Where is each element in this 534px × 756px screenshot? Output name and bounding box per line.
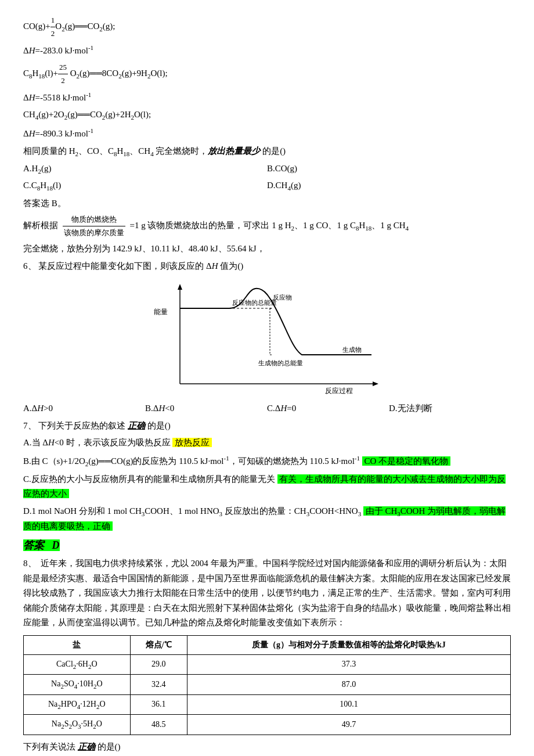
question-7-stem: 7、 下列关于反应热的叙述 正确 的是() [23, 419, 511, 434]
svg-text:能量: 能量 [154, 308, 168, 316]
q5-answer: 答案选 B。 [23, 196, 511, 211]
table-row: Na2SO4·10H2O 32.4 87.0 [24, 675, 511, 694]
q7-D-annotation: 由于 CH3COOH 为弱电解质，弱电解质的电离要吸热，正确 [23, 506, 506, 531]
dh3: ΔH=-890.3 kJ·mol-1 [23, 125, 511, 142]
salt-data-table: 盐 熔点/℃ 质量（g）与相对分子质量数值相等的盐熔化时吸热/kJ CaCl2·… [23, 635, 511, 735]
question-6-stem: 6、 某反应过程中能量变化如下图，则该反应的 ΔH 值为() [23, 259, 511, 274]
q5-option-A: A.H2(g) [23, 161, 267, 177]
analysis-line2: 完全燃烧，放热分别为 142.9 kJ、10.11 kJ、48.40 kJ、55… [23, 242, 511, 257]
eq1-rest: O2(g)══CO2(g); [55, 21, 115, 31]
q7-A-annotation: 放热反应 [172, 438, 212, 447]
analysis-block: 解析根据 物质的燃烧热 该物质的摩尔质量 =1 g 该物质燃烧放出的热量，可求出… [23, 213, 511, 239]
svg-text:生成物的总能量: 生成物的总能量 [258, 359, 303, 366]
eq1-text: CO(g)+ [23, 21, 50, 31]
table-header-salt: 盐 [24, 635, 131, 654]
table-row: CaCl2·6H2O 29.0 37.3 [24, 654, 511, 674]
q7-C-annotation: 有关，生成物所具有的能量的大小减去生成物的大小即为反应热的大小 [23, 474, 506, 499]
equation-2: C8H18(l)+252 O2(g)══8CO2(g)+9H2O(l); [23, 61, 511, 87]
svg-text:生成物: 生成物 [342, 346, 362, 353]
q6-option-A: A.ΔH>0 [23, 401, 145, 416]
svg-marker-11 [373, 381, 378, 386]
equation-1: CO(g)+12O2(g)══CO2(g); [23, 14, 511, 40]
table-header-heat: 质量（g）与相对分子质量数值相等的盐熔化时吸热/kJ [187, 635, 510, 654]
energy-diagram-svg: 能量 反应过程 反应物的总能量 反应物 生成物的总能量 生成物 [145, 279, 389, 395]
q5-option-B: B.CO(g) [267, 161, 511, 177]
dh2: ΔH=-5518 kJ·mol-1 [23, 89, 511, 106]
q7-option-A: A.当 ΔH<0 时，表示该反应为吸热反应 放热反应 [23, 435, 511, 451]
question-8-num: 8、 近年来，我国电力供求持续紧张，尤以 2004 年最为严重。中国科学院经过对… [23, 556, 511, 631]
table-row: Na2HPO4·12H2O 36.1 100.1 [24, 694, 511, 714]
dh1: ΔH=-283.0 kJ·mol-1 [23, 42, 511, 59]
svg-text:反应物: 反应物 [273, 294, 292, 301]
question-5-stem: 相同质量的 H2、CO、C8H18、CH4 完全燃烧时，放出热量最少 的是() [23, 144, 511, 160]
svg-text:反应过程: 反应过程 [325, 387, 353, 395]
q5-option-D: D.CH4(g) [267, 178, 511, 194]
q7-option-D: D.1 mol NaOH 分别和 1 mol CH3COOH、1 mol HNO… [23, 504, 511, 534]
svg-text:反应物的总能量: 反应物的总能量 [232, 299, 277, 306]
q5-options-row2: C.C8H18(l) D.CH4(g) [23, 178, 511, 194]
table-row: Na2S2O3·5H2O 48.5 49.7 [24, 715, 511, 735]
q7-option-B: B.由 C（s)+1/2O2(g)══CO(g)的反应热为 110.5 kJ·m… [23, 453, 511, 470]
q5-option-C: C.C8H18(l) [23, 178, 267, 194]
equation-3: CH4(g)+2O2(g)══CO2(g)+2H2O(l); [23, 107, 511, 123]
q6-option-B: B.ΔH<0 [145, 401, 267, 416]
q6-option-C: C.ΔH=0 [267, 401, 389, 416]
q6-options: A.ΔH>0 B.ΔH<0 C.ΔH=0 D.无法判断 [23, 401, 511, 416]
q8-question-stem: 下列有关说法 正确 的是() [23, 740, 511, 755]
q7-B-annotation: CO 不是稳定的氧化物 [362, 456, 450, 466]
svg-marker-10 [178, 284, 182, 290]
energy-chart: 能量 反应过程 反应物的总能量 反应物 生成物的总能量 生成物 [145, 279, 389, 395]
q5-options: A.H2(g) B.CO(g) [23, 161, 511, 177]
table-header-melting: 熔点/℃ [130, 635, 187, 654]
q6-option-D: D.无法判断 [389, 401, 511, 416]
q7-option-C: C.反应热的大小与反应物所具有的能量和生成物所具有的能量无关 有关，生成物所具有… [23, 472, 511, 502]
q7-answer: 答案 D [23, 537, 511, 555]
